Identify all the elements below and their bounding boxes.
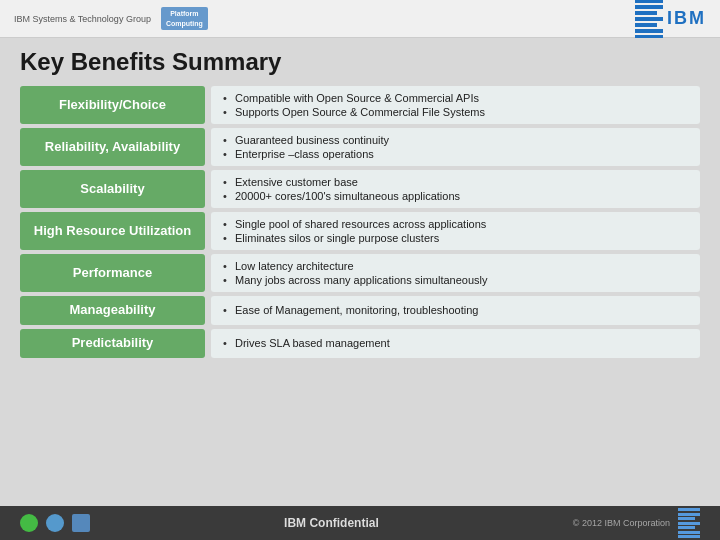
bullet-text-2-1: 20000+ cores/100's simultaneous applicat… xyxy=(235,190,460,202)
bullet-dot: • xyxy=(223,337,231,349)
ibm-stripe-6 xyxy=(635,29,663,33)
ibm-stripe-5 xyxy=(635,23,657,27)
bullet-5-0: • Ease of Management, monitoring, troubl… xyxy=(223,304,688,316)
ibm-stripe-4 xyxy=(635,17,663,21)
header-left: IBM Systems & Technology Group Platform … xyxy=(14,7,208,29)
benefit-desc-2: • Extensive customer base • 20000+ cores… xyxy=(211,170,700,208)
bullet-text-2-0: Extensive customer base xyxy=(235,176,358,188)
bullet-3-0: • Single pool of shared resources across… xyxy=(223,218,688,230)
benefit-desc-0: • Compatible with Open Source & Commerci… xyxy=(211,86,700,124)
bullet-dot: • xyxy=(223,106,231,118)
platform-badge: Platform Computing xyxy=(161,7,208,29)
bullet-text-3-1: Eliminates silos or single purpose clust… xyxy=(235,232,439,244)
benefit-row: Scalability • Extensive customer base • … xyxy=(20,170,700,208)
bullet-dot: • xyxy=(223,148,231,160)
footer-stripe-7 xyxy=(678,535,700,538)
footer-stripe-2 xyxy=(678,513,700,516)
bullet-text-4-1: Many jobs across many applications simul… xyxy=(235,274,488,286)
benefit-label-1: Reliability, Availability xyxy=(20,128,205,166)
benefit-desc-3: • Single pool of shared resources across… xyxy=(211,212,700,250)
benefit-row: Reliability, Availability • Guaranteed b… xyxy=(20,128,700,166)
main-content: Key Benefits Summary Flexibility/Choice … xyxy=(0,38,720,506)
footer-stripe-3 xyxy=(678,517,695,520)
benefit-row: Predictability • Drives SLA based manage… xyxy=(20,329,700,358)
bullet-2-1: • 20000+ cores/100's simultaneous applic… xyxy=(223,190,688,202)
footer-icon-green xyxy=(20,514,38,532)
bullet-text-0-0: Compatible with Open Source & Commercial… xyxy=(235,92,479,104)
benefit-desc-5: • Ease of Management, monitoring, troubl… xyxy=(211,296,700,325)
footer-bar: IBM Confidential © 2012 IBM Corporation xyxy=(0,506,720,540)
ibm-stripe-graphic xyxy=(635,0,663,39)
bullet-2-0: • Extensive customer base xyxy=(223,176,688,188)
benefit-desc-4: • Low latency architecture • Many jobs a… xyxy=(211,254,700,292)
bullet-text-1-0: Guaranteed business continuity xyxy=(235,134,389,146)
bullet-dot: • xyxy=(223,176,231,188)
ibm-logo: IBM xyxy=(635,0,706,39)
bullet-text-6-0: Drives SLA based management xyxy=(235,337,390,349)
ibm-text: IBM xyxy=(667,8,706,29)
footer-stripe-6 xyxy=(678,531,700,534)
benefit-row: High Resource Utilization • Single pool … xyxy=(20,212,700,250)
bullet-dot: • xyxy=(223,134,231,146)
bullet-0-1: • Supports Open Source & Commercial File… xyxy=(223,106,688,118)
ibm-footer-logo: © 2012 IBM Corporation xyxy=(573,508,700,538)
benefit-label-0: Flexibility/Choice xyxy=(20,86,205,124)
benefit-row: Flexibility/Choice • Compatible with Ope… xyxy=(20,86,700,124)
page-title: Key Benefits Summary xyxy=(20,48,700,76)
footer-copyright: © 2012 IBM Corporation xyxy=(573,518,670,528)
bullet-dot: • xyxy=(223,218,231,230)
footer-stripe-1 xyxy=(678,508,700,511)
footer-confidential: IBM Confidential xyxy=(90,516,573,530)
benefits-grid: Flexibility/Choice • Compatible with Ope… xyxy=(20,86,700,502)
header-bar: IBM Systems & Technology Group Platform … xyxy=(0,0,720,38)
ibm-stripe-2 xyxy=(635,5,663,9)
footer-icon-blue xyxy=(46,514,64,532)
benefit-label-6: Predictability xyxy=(20,329,205,358)
bullet-4-1: • Many jobs across many applications sim… xyxy=(223,274,688,286)
benefit-desc-6: • Drives SLA based management xyxy=(211,329,700,358)
footer-stripe-4 xyxy=(678,522,700,525)
footer-stripe-5 xyxy=(678,526,695,529)
footer-icons xyxy=(20,514,90,532)
bullet-dot: • xyxy=(223,92,231,104)
bullet-dot: • xyxy=(223,232,231,244)
bullet-text-5-0: Ease of Management, monitoring, troubles… xyxy=(235,304,478,316)
bullet-0-0: • Compatible with Open Source & Commerci… xyxy=(223,92,688,104)
bullet-dot: • xyxy=(223,190,231,202)
bullet-1-0: • Guaranteed business continuity xyxy=(223,134,688,146)
benefit-row: Performance • Low latency architecture •… xyxy=(20,254,700,292)
bullet-text-0-1: Supports Open Source & Commercial File S… xyxy=(235,106,485,118)
brand-text: IBM Systems & Technology Group xyxy=(14,14,151,24)
bullet-dot: • xyxy=(223,304,231,316)
footer-ibm-stripes xyxy=(678,508,700,538)
benefit-label-2: Scalability xyxy=(20,170,205,208)
bullet-3-1: • Eliminates silos or single purpose clu… xyxy=(223,232,688,244)
bullet-text-1-1: Enterprise –class operations xyxy=(235,148,374,160)
footer-icon-square xyxy=(72,514,90,532)
benefit-label-3: High Resource Utilization xyxy=(20,212,205,250)
benefit-label-4: Performance xyxy=(20,254,205,292)
ibm-stripe-3 xyxy=(635,11,657,15)
benefit-label-5: Manageability xyxy=(20,296,205,325)
bullet-text-4-0: Low latency architecture xyxy=(235,260,354,272)
benefit-row: Manageability • Ease of Management, moni… xyxy=(20,296,700,325)
bullet-4-0: • Low latency architecture xyxy=(223,260,688,272)
bullet-dot: • xyxy=(223,260,231,272)
ibm-stripe-1 xyxy=(635,0,663,3)
bullet-6-0: • Drives SLA based management xyxy=(223,337,688,349)
page: IBM Systems & Technology Group Platform … xyxy=(0,0,720,540)
bullet-text-3-0: Single pool of shared resources across a… xyxy=(235,218,486,230)
bullet-1-1: • Enterprise –class operations xyxy=(223,148,688,160)
bullet-dot: • xyxy=(223,274,231,286)
benefit-desc-1: • Guaranteed business continuity • Enter… xyxy=(211,128,700,166)
